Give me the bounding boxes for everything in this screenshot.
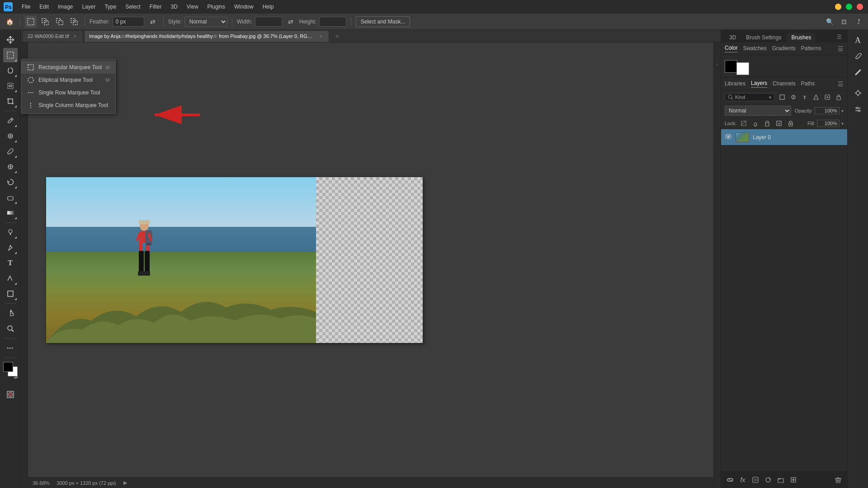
- fill-input[interactable]: [817, 120, 840, 127]
- tab-color[interactable]: Color: [725, 45, 738, 52]
- lock-all-btn[interactable]: [786, 119, 795, 128]
- dropdown-item-elliptical[interactable]: Elliptical Marquee Tool M: [21, 74, 115, 86]
- dropdown-item-rectangular[interactable]: Rectangular Marquee Tool M: [21, 61, 115, 74]
- menu-layer[interactable]: Layer: [78, 2, 99, 12]
- calligraphy-icon-panel[interactable]: [851, 65, 865, 80]
- status-info-btn[interactable]: ▶: [123, 480, 127, 486]
- add-selection-btn[interactable]: [39, 16, 51, 28]
- tab-nav-prev[interactable]: ‹‹: [332, 31, 343, 42]
- zoom-tool[interactable]: [3, 321, 18, 336]
- layers-kind-filter[interactable]: Kind ▾: [725, 93, 774, 101]
- delete-layer-btn[interactable]: [833, 474, 844, 485]
- eyedropper-tool[interactable]: [3, 113, 18, 128]
- tab-paths[interactable]: Paths: [801, 80, 815, 88]
- dropdown-item-single-row[interactable]: Single Row Marquee Tool: [21, 86, 115, 99]
- screen-modes-btn[interactable]: ⊡: [838, 16, 850, 28]
- collapse-right-btn[interactable]: ›: [714, 61, 721, 68]
- tab-channels[interactable]: Channels: [773, 80, 796, 88]
- shape-tool[interactable]: [3, 286, 18, 301]
- menu-edit[interactable]: Edit: [36, 2, 52, 12]
- menu-file[interactable]: File: [18, 2, 34, 12]
- eraser-tool[interactable]: [3, 190, 18, 205]
- style-select[interactable]: Normal Fixed Ratio Fixed Size: [184, 17, 227, 27]
- link-layers-btn[interactable]: [725, 474, 736, 485]
- add-mask-btn[interactable]: [750, 474, 761, 485]
- quick-mask-btn[interactable]: [3, 387, 18, 402]
- menu-filter[interactable]: Filter: [146, 2, 165, 12]
- marquee-tool[interactable]: [3, 48, 18, 62]
- new-group-btn[interactable]: [775, 474, 786, 485]
- background-color-preview[interactable]: [736, 62, 749, 75]
- fill-dropdown-btn[interactable]: ▾: [841, 121, 844, 126]
- color-panel-options[interactable]: ☰: [838, 45, 844, 52]
- dodge-tool[interactable]: [3, 225, 18, 239]
- layer-item-0[interactable]: Layer 0: [721, 129, 847, 145]
- move-tool[interactable]: [3, 33, 18, 47]
- brush-icon-panel[interactable]: [851, 49, 865, 63]
- width-input[interactable]: [255, 17, 282, 27]
- adjust-icon-panel[interactable]: [851, 102, 865, 117]
- select-and-mask-btn[interactable]: Select and Mask...: [356, 16, 410, 27]
- more-tools-btn[interactable]: •••: [3, 341, 18, 355]
- history-brush-tool[interactable]: [3, 175, 18, 189]
- filter-text-btn[interactable]: T: [800, 92, 810, 102]
- gradient-tool[interactable]: [3, 206, 18, 220]
- height-input[interactable]: [319, 17, 346, 27]
- tab2-close[interactable]: ×: [318, 33, 324, 39]
- menu-help[interactable]: Help: [259, 2, 278, 12]
- text-tool[interactable]: T: [3, 256, 18, 270]
- tab-layers[interactable]: Layers: [751, 80, 767, 88]
- filter-lock-btn[interactable]: [834, 92, 844, 102]
- feather-input[interactable]: [113, 17, 144, 27]
- maximize-button[interactable]: [846, 4, 852, 10]
- layer-fx-btn[interactable]: fx: [737, 474, 748, 485]
- clone-stamp-tool[interactable]: [3, 160, 18, 174]
- swap-wh-btn[interactable]: ⇄: [285, 16, 297, 28]
- pen-tool[interactable]: [3, 240, 18, 255]
- type-tool-icon-panel[interactable]: A: [851, 33, 865, 47]
- menu-window[interactable]: Window: [231, 2, 257, 12]
- tab-gradients[interactable]: Gradients: [772, 45, 796, 52]
- menu-3d[interactable]: 3D: [167, 2, 181, 12]
- search-btn[interactable]: 🔍: [824, 16, 835, 28]
- intersect-selection-btn[interactable]: [68, 16, 80, 28]
- menu-select[interactable]: Select: [122, 2, 144, 12]
- lasso-tool[interactable]: [3, 63, 18, 78]
- new-selection-btn[interactable]: [25, 16, 37, 28]
- heal-tool[interactable]: [3, 129, 18, 143]
- adjustment-layer-btn[interactable]: [763, 474, 774, 485]
- menu-type[interactable]: Type: [101, 2, 120, 12]
- blend-mode-select[interactable]: Normal Multiply Screen: [725, 106, 791, 116]
- filter-shape-btn[interactable]: [811, 92, 821, 102]
- menu-plugins[interactable]: Plugins: [204, 2, 229, 12]
- properties-icon-panel[interactable]: [851, 86, 865, 100]
- tab-file1[interactable]: 22-WA0000-Edit.tif ×: [23, 30, 83, 42]
- object-select-tool[interactable]: [3, 79, 18, 93]
- brush-tool[interactable]: [3, 144, 18, 159]
- home-button[interactable]: 🏠: [4, 16, 15, 28]
- menu-image[interactable]: Image: [54, 2, 76, 12]
- opacity-dropdown-btn[interactable]: ▾: [841, 108, 844, 113]
- layers-panel-options[interactable]: ☰: [838, 80, 844, 88]
- tab-swatches[interactable]: Swatches: [743, 45, 767, 52]
- panel-tab-brushes[interactable]: Brushes: [787, 33, 816, 42]
- panel-tab-3d[interactable]: 3D: [725, 33, 741, 42]
- lock-artboard-btn[interactable]: [774, 119, 783, 128]
- layer-visibility-eye[interactable]: [725, 134, 732, 141]
- hand-tool[interactable]: [3, 306, 18, 320]
- filter-pixel-btn[interactable]: [777, 92, 787, 102]
- close-button[interactable]: [857, 4, 863, 10]
- foreground-color[interactable]: [3, 362, 13, 372]
- panel-tab-brush-settings[interactable]: Brush Settings: [741, 33, 786, 42]
- subtract-selection-btn[interactable]: [54, 16, 66, 28]
- feather-swap-btn[interactable]: ⇄: [147, 16, 159, 28]
- minimize-button[interactable]: [835, 4, 841, 10]
- path-select-tool[interactable]: [3, 271, 18, 286]
- filter-smart-btn[interactable]: [822, 92, 832, 102]
- filter-adjustment-btn[interactable]: [788, 92, 798, 102]
- tab1-close[interactable]: ×: [72, 33, 78, 39]
- opacity-input[interactable]: [815, 107, 840, 114]
- lock-image-btn[interactable]: [751, 119, 760, 128]
- new-layer-btn[interactable]: [788, 474, 799, 485]
- color-picker[interactable]: ⇄: [3, 362, 18, 376]
